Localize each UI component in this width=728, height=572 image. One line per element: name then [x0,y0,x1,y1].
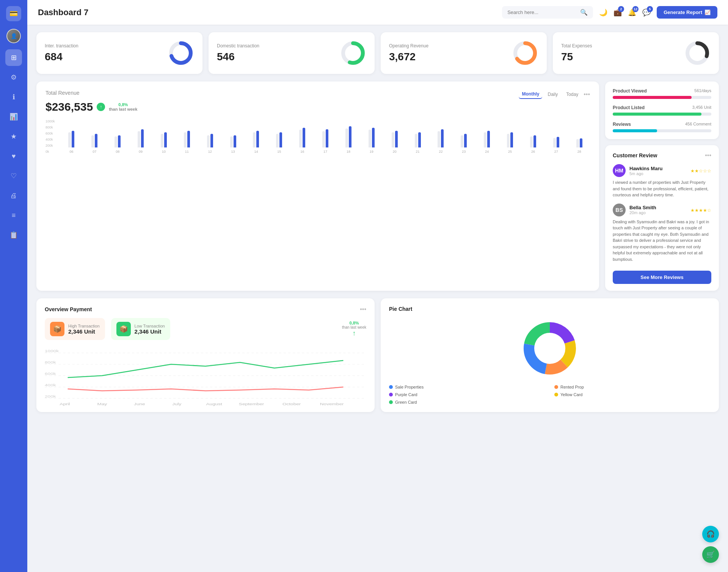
bar-gray-seg [369,130,371,147]
middle-row: Total Revenue Monthly Daily Today ••• $2… [36,81,719,291]
chat-badge: 5 [647,6,653,12]
metric-bar-fill-listed [613,113,701,116]
bar-gray-seg [415,134,417,147]
review-more-icon[interactable]: ••• [705,152,711,159]
line-chart-svg: 1000k 800k 600k 400k 200k April May June [45,345,366,406]
bar-blue-seg [95,134,97,147]
svg-text:May: May [97,402,107,406]
svg-text:800k: 800k [45,360,56,364]
tab-daily[interactable]: Daily [544,90,561,99]
see-more-reviews-button[interactable]: See More Reviews [613,271,711,284]
sidebar-item-list[interactable]: 📋 [5,227,22,243]
legend-sale-properties: Sale Properties [389,385,545,389]
sidebar: 💳 👤 ⊞ ⚙ ℹ 📊 ★ ♥ ♡ 🖨 ≡ 📋 [0,0,27,572]
donut-chart-expenses [684,40,711,66]
chat-icon-btn[interactable]: 💬 5 [642,8,651,17]
line-chart: 1000k 800k 600k 400k 200k April May June [45,345,366,398]
payment-low-info: Low Transaction 2,346 Unit [135,324,165,335]
bar-gray-seg [115,136,117,147]
review-stars-1: ★★★★☆ [690,207,711,213]
bar-group: 22 [430,120,452,154]
bar-group: 13 [222,120,244,154]
sidebar-item-heart[interactable]: ♥ [5,148,22,165]
payment-card: Overview Payment ••• 📦 High Transaction … [36,298,375,412]
more-options-icon[interactable]: ••• [584,91,590,98]
metric-bar-fill-reviews [613,129,657,132]
sidebar-item-dashboard[interactable]: ⊞ [5,49,22,66]
stat-label-expenses: Total Expenses [561,43,592,49]
content-area: Inter. transaction 684 Domestic transact… [27,25,728,420]
bell-icon-btn[interactable]: 🔔 12 [628,8,636,17]
svg-text:September: September [239,402,264,406]
legend-label-rented: Rented Prop [560,385,584,389]
bar-gray-seg [322,131,325,147]
legend-label-green: Green Card [395,400,417,404]
review-user-1: BS Bella Smith 20m ago ★★★★☆ [613,204,711,216]
bar-gray-seg [299,130,302,147]
bar-blue-seg [580,138,582,147]
review-header: Customer Review ••• [613,152,711,159]
change-pct: 0,8% [118,102,128,107]
generate-report-button[interactable]: Generate Report 📈 [657,6,717,19]
revenue-tabs: Monthly Daily Today ••• [519,90,590,99]
stat-cards-row: Inter. transaction 684 Domestic transact… [36,32,719,74]
bar-pair [138,120,144,147]
review-name-0: Hawkins Maru [629,166,662,171]
sidebar-logo[interactable]: 💳 [6,6,21,21]
sidebar-item-print[interactable]: 🖨 [5,187,22,204]
payment-up-icon: ↑ [353,329,356,337]
payment-item-high: 📦 High Transaction 2,346 Unit [45,318,105,340]
tab-monthly[interactable]: Monthly [519,90,542,99]
review-user-0: HM Hawkins Maru 5m ago ★★☆☆☆ [613,164,711,177]
pie-chart-visual [389,318,711,379]
bar-gray-seg [91,135,94,147]
header: Dashboard 7 🔍 🌙 💼 2 🔔 12 💬 5 Generate Re… [27,0,728,25]
search-box[interactable]: 🔍 [502,6,593,19]
legend-yellow-card: Yellow Card [554,392,711,397]
bar-label: 13 [231,150,235,154]
legend-green-card: Green Card [389,400,545,404]
sidebar-item-star[interactable]: ★ [5,128,22,145]
payment-items: 📦 High Transaction 2,346 Unit 📦 Low Tran… [45,318,366,340]
support-float-button[interactable]: 🎧 [702,526,719,542]
header-icons: 🌙 💼 2 🔔 12 💬 5 Generate Report 📈 [599,6,717,19]
metric-value-viewed: 561/days [694,88,711,94]
bar-blue-seg [533,135,536,147]
bar-gray-seg [230,136,233,147]
wallet-icon-btn[interactable]: 💼 2 [613,8,622,17]
sidebar-item-menu[interactable]: ≡ [5,207,22,224]
search-input[interactable] [507,9,577,15]
tab-today[interactable]: Today [563,90,581,99]
cart-float-button[interactable]: 🛒 [702,546,719,563]
metric-bar-fill-viewed [613,96,692,99]
sidebar-item-heart2[interactable]: ♡ [5,168,22,184]
bar-group: 26 [522,120,544,154]
metric-product-viewed: Product Viewed 561/days [613,88,711,99]
bar-gray-seg [138,131,140,147]
stat-info-domestic: Domestic transaction 546 [217,43,259,63]
bar-gray-seg [345,129,348,147]
high-label: High Transaction [68,324,100,328]
svg-text:600k: 600k [45,372,56,375]
pie-chart-card: Pie Chart S [381,298,719,412]
low-transaction-icon: 📦 [116,322,131,336]
revenue-amount-value: $236,535 [46,100,93,113]
avatar[interactable]: 👤 [6,29,21,43]
bar-label: 25 [508,150,512,154]
sidebar-item-settings[interactable]: ⚙ [5,69,22,86]
bar-group: 24 [476,120,498,154]
moon-icon[interactable]: 🌙 [599,8,607,17]
payment-high-info: High Transaction 2,346 Unit [68,324,100,335]
bar-label: 09 [139,150,143,154]
bar-gray-seg [484,132,486,147]
bar-pair [91,120,97,147]
high-value: 2,346 Unit [68,328,100,335]
payment-more-icon[interactable]: ••• [360,306,366,313]
bottom-row: Overview Payment ••• 📦 High Transaction … [36,298,719,412]
sidebar-item-analytics[interactable]: 📊 [5,108,22,125]
metric-bar-bg-listed [613,113,711,116]
review-item-1: BS Bella Smith 20m ago ★★★★☆ Dealing wit… [613,204,711,263]
legend-dot-purple [389,393,393,396]
legend-dot-yellow [554,393,558,396]
sidebar-item-info[interactable]: ℹ [5,89,22,105]
